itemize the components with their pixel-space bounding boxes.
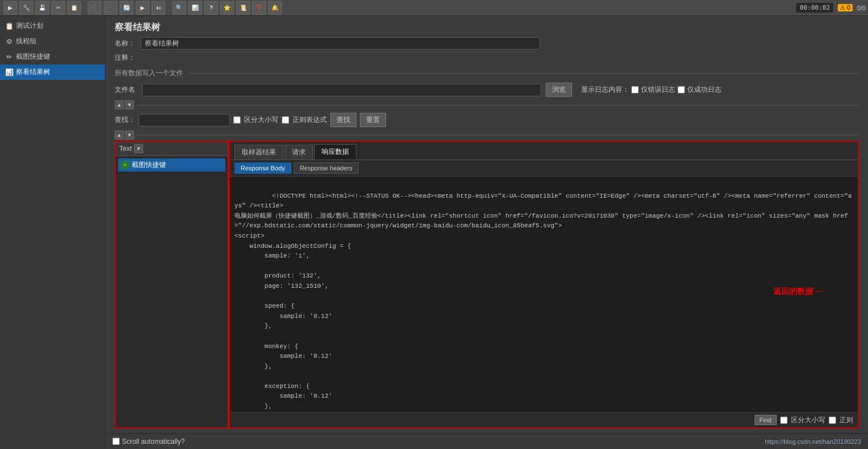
divider-arrows-2: ▲ ▼ <box>106 129 868 141</box>
tree-item-label: 截图快捷键 <box>132 160 166 170</box>
tree-body: ✓ 截图快捷键 <box>116 156 228 427</box>
tab-request[interactable]: 请求 <box>285 145 313 160</box>
shield-icon: ✓ <box>121 161 129 169</box>
toolbar-btn-11[interactable]: 🔍 <box>172 1 186 15</box>
toolbar-btn-4[interactable]: ✂ <box>51 1 65 15</box>
regex-label: 正则表达式 <box>293 115 327 125</box>
regex-right-label: 正则 <box>839 415 853 425</box>
only-success-label: 仅成功日志 <box>687 85 721 95</box>
regex-right-checkbox[interactable] <box>829 417 836 424</box>
sidebar-item-view-results[interactable]: 📊 察看结果树 <box>0 64 105 80</box>
tree-item-icon: ✓ <box>120 161 129 170</box>
comment-row: 注释： <box>115 53 859 63</box>
scroll-label: Scroll automatically? <box>122 438 185 446</box>
warning-badge: ⚠ 0 <box>838 4 852 11</box>
toolbar-btn-2[interactable]: 🔧 <box>19 1 33 15</box>
regex-checkbox[interactable] <box>282 116 289 124</box>
toolbar-btn-12[interactable]: 📊 <box>188 1 202 15</box>
search-input[interactable] <box>139 114 230 126</box>
arrow-down-1[interactable]: ▼ <box>125 100 134 109</box>
sub-tab-response-headers[interactable]: Response headers <box>294 162 359 174</box>
scroll-checkbox-group: Scroll automatically? <box>112 438 185 446</box>
search-row: 查找： 区分大小写 正则表达式 查找 重置 <box>106 111 868 129</box>
show-log-group: 显示日志内容： 仅错误日志 仅成功日志 <box>581 85 721 95</box>
reset-button[interactable]: 重置 <box>360 113 386 127</box>
tab-sampler-result[interactable]: 取样器结果 <box>234 145 283 160</box>
tab-response-data[interactable]: 响应数据 <box>314 144 356 160</box>
sidebar-item-test-plan[interactable]: 📋 测试计划 <box>0 18 105 34</box>
code-content[interactable]: <!DOCTYPE html><html><!--STATUS OK--><he… <box>230 177 858 412</box>
http-shortcut-icon: ✏ <box>5 53 14 61</box>
browse-button[interactable]: 浏览 <box>546 83 572 97</box>
sidebar-item-http-shortcut[interactable]: ✏ 截图快捷键 <box>0 49 105 64</box>
case-sensitive-checkbox[interactable] <box>233 116 241 124</box>
sidebar-item-label-thread-group: 线程组 <box>16 36 36 46</box>
response-panel: 取样器结果 请求 响应数据 Response Body Response hea… <box>229 141 859 428</box>
divider-arrows-1: ▲ ▼ <box>106 99 868 111</box>
thread-group-icon: ⚙ <box>5 38 14 46</box>
divider-line-1 <box>137 105 859 105</box>
all-data-section-header: 所有数据写入一个文件 <box>106 66 868 80</box>
code-text: <!DOCTYPE html><html><!--STATUS OK--><he… <box>234 193 852 412</box>
error-count: 0/0 <box>857 5 866 11</box>
sidebar-item-label-view-results: 察看结果树 <box>16 67 50 77</box>
toolbar-btn-9[interactable]: ▶ <box>136 1 149 15</box>
toolbar-btn-17[interactable]: 🔔 <box>268 1 282 15</box>
section-line <box>188 73 859 74</box>
case-sensitive-right-checkbox[interactable] <box>780 417 788 424</box>
arrow-down-2[interactable]: ▼ <box>125 130 134 140</box>
toolbar-btn-8[interactable]: 🔄 <box>120 1 133 15</box>
show-log-label: 显示日志内容： <box>581 85 629 95</box>
toolbar-time-area: 00:00:02 ⚠ 0 0/0 <box>796 3 866 13</box>
toolbar-btn-5[interactable]: 📋 <box>67 1 81 15</box>
toolbar-btn-10[interactable]: ⏯ <box>152 1 165 15</box>
sidebar-item-thread-group[interactable]: ⚙ 线程组 <box>0 34 105 49</box>
name-input[interactable] <box>141 37 540 50</box>
toolbar-btn-1[interactable]: ▶ <box>3 1 17 15</box>
only-error-checkbox[interactable] <box>631 86 639 93</box>
arrow-up-2[interactable]: ▲ <box>115 130 124 140</box>
toolbar: ▶ 🔧 💾 ✂ 📋 ➕ ➖ 🔄 ▶ ⏯ 🔍 📊 🔭 ⭐ 📜 ❓ 🔔 00:00:… <box>0 0 868 16</box>
find-button[interactable]: 查找 <box>330 113 356 127</box>
file-input[interactable] <box>142 84 541 96</box>
case-sensitive-label: 区分大小写 <box>244 115 278 125</box>
dropdown-button[interactable]: ▼ <box>134 144 143 153</box>
scroll-checkbox[interactable] <box>112 438 120 445</box>
file-row: 文件名 浏览 显示日志内容： 仅错误日志 仅成功日志 <box>106 80 868 99</box>
tree-panel-header: Text ▼ <box>116 142 228 156</box>
only-success-checkbox[interactable] <box>678 86 685 93</box>
test-plan-icon: 📋 <box>5 22 14 30</box>
arrow-left-icon: ← <box>817 283 824 301</box>
response-tabs: 取样器结果 请求 响应数据 <box>230 142 858 160</box>
search-label: 查找： <box>115 115 135 125</box>
tree-item-screenshot[interactable]: ✓ 截图快捷键 <box>118 158 225 172</box>
sub-tabs: Response Body Response headers <box>230 160 858 177</box>
name-row: 名称： <box>115 37 859 50</box>
sub-tab-response-body[interactable]: Response Body <box>234 162 291 174</box>
tree-panel: Text ▼ ✓ 截图快捷键 <box>115 141 229 428</box>
toolbar-btn-13[interactable]: 🔭 <box>204 1 218 15</box>
sidebar-item-label-test-plan: 测试计划 <box>16 21 43 31</box>
timer-display: 00:00:02 <box>796 3 833 13</box>
file-name-label: 文件名 <box>115 85 137 95</box>
comment-label: 注释： <box>115 53 137 63</box>
form-section: 名称： 注释： <box>106 37 868 66</box>
toolbar-btn-15[interactable]: 📜 <box>236 1 250 15</box>
bottom-bar: Scroll automatically? https://blog.csdn.… <box>106 433 868 449</box>
content-area: 察看结果树 名称： 注释： 所有数据写入一个文件 文件名 浏览 显示日志内容： <box>106 16 868 449</box>
sidebar-item-label-http-shortcut: 截图快捷键 <box>16 52 50 62</box>
tree-header-label: Text <box>119 145 132 153</box>
view-results-icon: 📊 <box>5 68 14 76</box>
toolbar-btn-6[interactable]: ➕ <box>88 1 102 15</box>
annotation-text: 返回的数据 <box>773 285 813 298</box>
name-label: 名称： <box>115 39 137 48</box>
toolbar-btn-14[interactable]: ⭐ <box>220 1 234 15</box>
main-layout: 📋 测试计划 ⚙ 线程组 ✏ 截图快捷键 📊 察看结果树 察看结果树 名称： 注… <box>0 16 868 449</box>
toolbar-btn-7[interactable]: ➖ <box>104 1 117 15</box>
toolbar-btn-16[interactable]: ❓ <box>252 1 266 15</box>
arrow-up-1[interactable]: ▲ <box>115 100 124 109</box>
find-button-right[interactable]: Find <box>755 415 777 425</box>
sidebar: 📋 测试计划 ⚙ 线程组 ✏ 截图快捷键 📊 察看结果树 <box>0 16 106 449</box>
bottom-url: https://blog.csdn.net/han20190223 <box>765 438 861 445</box>
toolbar-btn-3[interactable]: 💾 <box>35 1 49 15</box>
